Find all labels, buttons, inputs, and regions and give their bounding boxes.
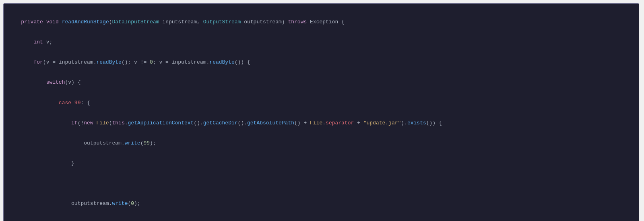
code-line-8: }: [4, 159, 639, 167]
code-content: private void readAndRunStage(DataInputSt…: [4, 4, 639, 221]
code-line-1: private void readAndRunStage(DataInputSt…: [4, 18, 639, 26]
code-line-3: for(v = inputstream.readByte(); v != 0; …: [4, 58, 639, 66]
code-line-4: switch(v) {: [4, 78, 639, 87]
code-window: private void readAndRunStage(DataInputSt…: [3, 3, 639, 221]
code-line-5: case 99: {: [4, 99, 639, 107]
code-line-9: [4, 180, 639, 188]
code-line-6: if(!new File(this.getApplicationContext(…: [4, 119, 639, 127]
code-line-10: outputstream.write(0);: [4, 200, 639, 208]
code-line-7: outputstream.write(99);: [4, 139, 639, 147]
code-line-2: int v;: [4, 38, 639, 46]
